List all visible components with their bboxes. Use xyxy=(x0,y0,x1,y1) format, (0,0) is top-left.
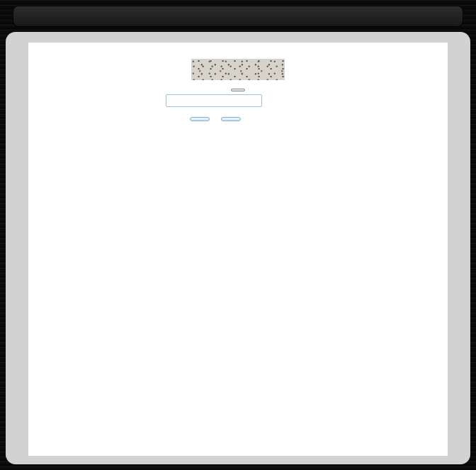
page-header xyxy=(13,6,463,27)
action-buttons xyxy=(190,117,448,121)
top-section xyxy=(28,43,448,55)
back-button[interactable] xyxy=(221,117,241,121)
submit-button[interactable] xyxy=(190,117,210,121)
captcha-input[interactable] xyxy=(166,94,262,107)
captcha-image xyxy=(191,59,285,80)
captcha-block xyxy=(191,59,285,93)
refresh-button[interactable] xyxy=(231,89,245,91)
outer-panel xyxy=(6,32,470,464)
registration-form xyxy=(28,43,448,456)
captcha-entry-row xyxy=(164,94,448,107)
